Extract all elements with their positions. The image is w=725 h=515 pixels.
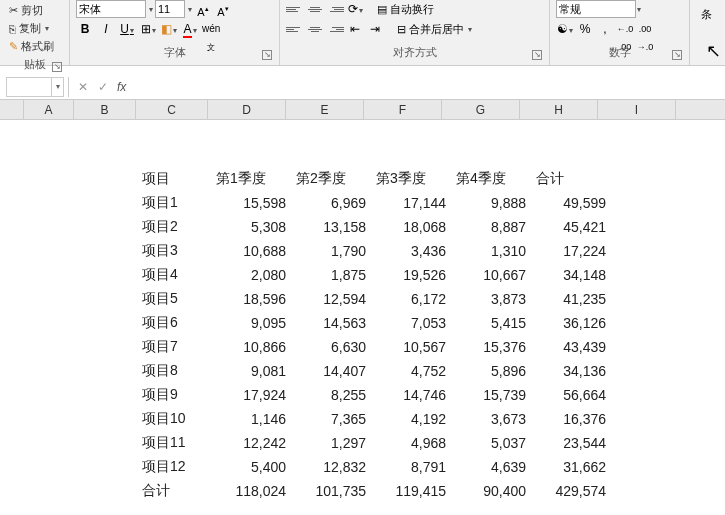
cell[interactable]: 3,436 (372, 240, 450, 262)
cell[interactable]: 5,400 (212, 456, 290, 478)
align-middle-button[interactable] (306, 2, 324, 16)
cell[interactable]: 18,068 (372, 216, 450, 238)
row-label[interactable]: 项目5 (138, 288, 210, 310)
cell[interactable]: 17,144 (372, 192, 450, 214)
cell[interactable]: 90,400 (452, 480, 530, 502)
cell[interactable]: 14,563 (292, 312, 370, 334)
decrease-font-button[interactable]: A▾ (214, 0, 232, 18)
cell[interactable]: 45,421 (532, 216, 610, 238)
hdr-q4[interactable]: 第4季度 (452, 168, 530, 190)
font-name-drop[interactable]: ▾ (149, 5, 153, 14)
accounting-format-button[interactable]: ☯▾ (556, 20, 574, 38)
cell[interactable]: 6,630 (292, 336, 370, 358)
cell[interactable]: 34,136 (532, 360, 610, 382)
increase-font-button[interactable]: A▴ (194, 0, 212, 18)
number-format-drop[interactable]: ▾ (637, 5, 641, 14)
cell[interactable]: 7,053 (372, 312, 450, 334)
cell[interactable]: 10,567 (372, 336, 450, 358)
cell[interactable]: 3,673 (452, 408, 530, 430)
cell[interactable]: 3,873 (452, 288, 530, 310)
formula-input[interactable] (130, 77, 725, 97)
font-dialog-launcher[interactable]: ↘ (262, 50, 272, 60)
cell[interactable]: 31,662 (532, 456, 610, 478)
cancel-formula-button[interactable]: ✕ (73, 77, 93, 97)
decrease-decimal-button[interactable]: .00→.0 (636, 20, 654, 38)
cell[interactable]: 12,832 (292, 456, 370, 478)
bold-button[interactable]: B (76, 20, 94, 38)
italic-button[interactable]: I (97, 20, 115, 38)
cell[interactable]: 7,365 (292, 408, 370, 430)
increase-indent-button[interactable]: ⇥ (366, 20, 384, 38)
cell[interactable]: 2,080 (212, 264, 290, 286)
col-header-I[interactable]: I (598, 100, 676, 119)
alignment-dialog-launcher[interactable]: ↘ (532, 50, 542, 60)
cell[interactable]: 101,735 (292, 480, 370, 502)
cell[interactable]: 9,888 (452, 192, 530, 214)
cell[interactable]: 14,407 (292, 360, 370, 382)
row-label[interactable]: 项目9 (138, 384, 210, 406)
cell[interactable]: 9,081 (212, 360, 290, 382)
cell[interactable]: 18,596 (212, 288, 290, 310)
cut-button[interactable]: ✂ 剪切 (6, 2, 46, 19)
col-header-A[interactable]: A (24, 100, 74, 119)
cell[interactable]: 4,639 (452, 456, 530, 478)
cell[interactable]: 5,037 (452, 432, 530, 454)
cell[interactable]: 4,192 (372, 408, 450, 430)
clipboard-dialog-launcher[interactable]: ↘ (52, 62, 62, 72)
row-label[interactable]: 项目6 (138, 312, 210, 334)
cell[interactable]: 10,688 (212, 240, 290, 262)
cell[interactable]: 49,599 (532, 192, 610, 214)
cell[interactable]: 4,752 (372, 360, 450, 382)
row-label[interactable]: 项目3 (138, 240, 210, 262)
cell[interactable]: 1,310 (452, 240, 530, 262)
wrap-text-button[interactable]: ▤ 自动换行 (374, 1, 437, 18)
cell[interactable]: 41,235 (532, 288, 610, 310)
hdr-item[interactable]: 项目 (138, 168, 210, 190)
name-box[interactable] (6, 77, 52, 97)
merge-center-button[interactable]: ⊟ 合并后居中▾ (394, 21, 475, 38)
cell[interactable]: 34,148 (532, 264, 610, 286)
cell[interactable]: 5,308 (212, 216, 290, 238)
number-format-combo[interactable] (556, 0, 636, 18)
cell[interactable]: 1,146 (212, 408, 290, 430)
number-dialog-launcher[interactable]: ↘ (672, 50, 682, 60)
font-size-combo[interactable] (155, 0, 185, 18)
comma-button[interactable]: , (596, 20, 614, 38)
font-size-drop[interactable]: ▾ (188, 5, 192, 14)
cell[interactable]: 12,594 (292, 288, 370, 310)
cell[interactable]: 19,526 (372, 264, 450, 286)
row-label[interactable]: 项目7 (138, 336, 210, 358)
select-all-corner[interactable] (0, 100, 24, 119)
cell[interactable]: 10,667 (452, 264, 530, 286)
cell[interactable]: 36,126 (532, 312, 610, 334)
cell[interactable]: 56,664 (532, 384, 610, 406)
font-color-button[interactable]: A▾ (181, 20, 199, 38)
orientation-button[interactable]: ⟳▾ (346, 0, 364, 18)
cell[interactable]: 23,544 (532, 432, 610, 454)
cell[interactable]: 6,172 (372, 288, 450, 310)
cell[interactable]: 14,746 (372, 384, 450, 406)
cell[interactable]: 5,415 (452, 312, 530, 334)
cell[interactable]: 43,439 (532, 336, 610, 358)
cell[interactable]: 118,024 (212, 480, 290, 502)
cell[interactable]: 5,896 (452, 360, 530, 382)
cell[interactable]: 8,791 (372, 456, 450, 478)
row-label[interactable]: 项目10 (138, 408, 210, 430)
decrease-indent-button[interactable]: ⇤ (346, 20, 364, 38)
cell[interactable]: 17,924 (212, 384, 290, 406)
row-label[interactable]: 项目11 (138, 432, 210, 454)
align-bottom-button[interactable] (326, 2, 344, 16)
cell[interactable]: 6,969 (292, 192, 370, 214)
col-header-F[interactable]: F (364, 100, 442, 119)
col-header-G[interactable]: G (442, 100, 520, 119)
row-label[interactable]: 合计 (138, 480, 210, 502)
cell[interactable]: 16,376 (532, 408, 610, 430)
hdr-q2[interactable]: 第2季度 (292, 168, 370, 190)
row-label[interactable]: 项目12 (138, 456, 210, 478)
cell[interactable]: 1,297 (292, 432, 370, 454)
align-right-button[interactable] (326, 22, 344, 36)
row-label[interactable]: 项目2 (138, 216, 210, 238)
cell[interactable]: 1,790 (292, 240, 370, 262)
fill-color-button[interactable]: ◧▾ (160, 20, 178, 38)
cell[interactable]: 17,224 (532, 240, 610, 262)
